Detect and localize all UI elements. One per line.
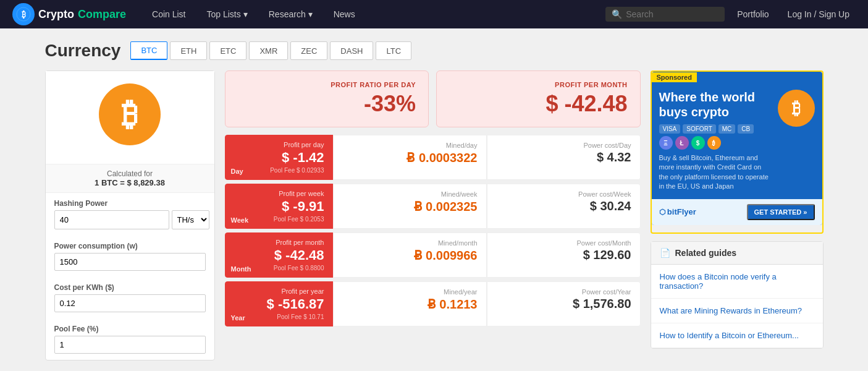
mini-coin-icons: Ξ Ł $ ₿ [659,136,772,150]
related-guides-header: 📄 Related guides [651,242,823,265]
hashing-power-group: Hashing Power TH/s GH/s MH/s [46,193,214,236]
pool-fee-input[interactable] [54,336,206,354]
sponsored-label: Sponsored [652,72,697,82]
profit-cell-period-month: Profit per month $ -42.48 Pool Fee $ 0.8… [225,232,333,278]
mc-icon: MC [718,124,736,134]
profit-month-value: $ -42.48 [449,91,628,117]
calc-value: 1 BTC = $ 8,829.38 [51,178,209,187]
coin-icon-area: ₿ [46,71,214,164]
profit-value: $ -1.42 [234,150,324,166]
calc-for-label: Calculated for [51,169,209,178]
search-box: 🔍 [605,7,725,22]
nav-top-lists[interactable]: Top Lists ▾ [200,0,255,28]
period-badge: Week [231,216,249,224]
main-grid: ₿ Calculated for 1 BTC = $ 8,829.38 Hash… [45,70,824,360]
currency-header: Currency BTC ETH ETC XMR ZEC DASH LTC [45,41,824,61]
search-input[interactable] [626,9,718,19]
other-mini-icon: $ [691,136,705,150]
chevron-down-icon: ▾ [308,0,313,28]
eth-mini-icon: Ξ [659,136,673,150]
ltc-mini-icon: Ł [675,136,689,150]
period-badge: Year [231,314,245,322]
login-link[interactable]: Log In / Sign Up [782,9,856,19]
left-panel: ₿ Calculated for 1 BTC = $ 8,829.38 Hash… [45,70,215,360]
profit-ratio-value: -33% [238,91,416,117]
sofort-icon: SOFORT [683,124,715,134]
profit-cell-period-year: Profit per year $ -516.87 Pool Fee $ 10.… [225,281,333,326]
profit-value: $ -42.48 [234,247,324,263]
power-consumption-group: Power consumption (w) [46,236,214,277]
profit-label: Profit per day [234,141,324,148]
bitflyer-row: ⬡ bitFlyer GET STARTED » [652,199,822,225]
guide-link[interactable]: How to Identify a Bitcoin or Ethereum... [651,323,823,348]
btc-mini-icon: ₿ [707,136,721,150]
hashing-power-input[interactable] [54,210,169,229]
profit-row: Profit per year $ -516.87 Pool Fee $ 10.… [225,281,641,326]
power-cell: Power cost/Day $ 4.32 [487,135,641,180]
chevron-down-icon: ▾ [243,0,248,28]
portfolio-link[interactable]: Portfolio [731,9,775,19]
cost-kwh-label: Cost per KWh ($) [54,283,206,292]
navbar: ₿ Crypto Compare Coin List Top Lists ▾ R… [0,0,868,28]
related-guides: 📄 Related guides How does a Bitcoin node… [651,241,824,349]
profit-label: Profit per week [234,190,324,197]
brand-compare: Compare [78,8,126,21]
banner-desc: Buy & sell Bitcoin, Ethereum and more in… [659,153,772,192]
profit-cell-period-day: Profit per day $ -1.42 Pool Fee $ 0.0293… [225,135,333,180]
nav-research[interactable]: Research ▾ [261,0,320,28]
profit-row: Profit per week $ -9.91 Pool Fee $ 0.205… [225,184,641,229]
payment-icons: VISA SOFORT MC CB [659,124,772,134]
profit-label: Profit per month [234,239,324,246]
profit-value: $ -516.87 [234,296,324,312]
nav-news[interactable]: News [326,0,363,28]
tab-dash[interactable]: DASH [330,41,373,60]
profit-row: Profit per day $ -1.42 Pool Fee $ 0.0293… [225,135,641,180]
search-icon: 🔍 [612,9,622,19]
power-consumption-input[interactable] [54,253,206,271]
profit-summary: PROFIT RATIO PER DAY -33% PROFIT PER MON… [225,70,641,127]
nav-coin-list[interactable]: Coin List [145,0,193,28]
tab-btc[interactable]: BTC [130,41,167,60]
profit-ratio-label: PROFIT RATIO PER DAY [238,81,416,88]
brand-logo-link[interactable]: ₿ Crypto Compare [12,3,126,25]
profit-value: $ -9.91 [234,198,324,215]
profit-ratio-card: PROFIT RATIO PER DAY -33% [225,70,429,127]
pool-fee: Pool Fee $ 0.02933 [234,167,324,174]
sponsored-banner-outer: Sponsored Where the world buys crypto VI… [651,70,824,234]
calc-for-section: Calculated for 1 BTC = $ 8,829.38 [46,164,214,193]
get-started-button[interactable]: GET STARTED » [747,204,815,220]
tab-xmr[interactable]: XMR [249,41,288,60]
bitcoin-icon: ₿ [99,83,161,145]
currency-tabs: BTC ETH ETC XMR ZEC DASH LTC [130,41,411,60]
mined-cell: Mined/week Ƀ 0.002325 [333,184,487,229]
tab-ltc[interactable]: LTC [376,41,411,60]
banner-headline: Where the world buys crypto [659,90,772,119]
cost-kwh-input[interactable] [54,294,206,312]
visa-icon: VISA [659,124,681,134]
bitflyer-logo: ⬡ bitFlyer [659,207,696,216]
brand-crypto: Crypto [38,8,74,21]
other-icon: CB [738,124,754,134]
tab-etc[interactable]: ETC [209,41,246,60]
profit-label: Profit per year [234,288,324,295]
guide-link[interactable]: How does a Bitcoin node verify a transac… [651,265,823,299]
pool-fee-group: Pool Fee (%) [46,318,214,360]
page-content: Currency BTC ETH ETC XMR ZEC DASH LTC ₿ … [33,28,836,371]
book-icon: 📄 [660,248,670,258]
mined-cell: Mined/month Ƀ 0.009966 [333,232,487,278]
banner-btc-icon: ₿ [778,90,815,127]
guide-links-container: How does a Bitcoin node verify a transac… [651,265,823,348]
profit-row: Profit per month $ -42.48 Pool Fee $ 0.8… [225,232,641,278]
sponsored-banner: Sponsored Where the world buys crypto VI… [652,72,822,225]
page-title: Currency [45,41,121,61]
tab-zec[interactable]: ZEC [290,41,327,60]
period-badge: Month [231,265,251,273]
guide-link[interactable]: What are Mining Rewards in Ethereum? [651,299,823,323]
power-cell: Power cost/Month $ 129.60 [487,232,641,278]
hashing-unit-select[interactable]: TH/s GH/s MH/s [172,210,209,229]
tab-eth[interactable]: ETH [170,41,207,60]
pool-fee: Pool Fee $ 10.71 [234,313,324,320]
banner-text: Where the world buys crypto VISA SOFORT … [659,90,772,192]
svg-text:₿: ₿ [22,10,26,19]
profit-month-card: PROFIT PER MONTH $ -42.48 [436,70,641,127]
